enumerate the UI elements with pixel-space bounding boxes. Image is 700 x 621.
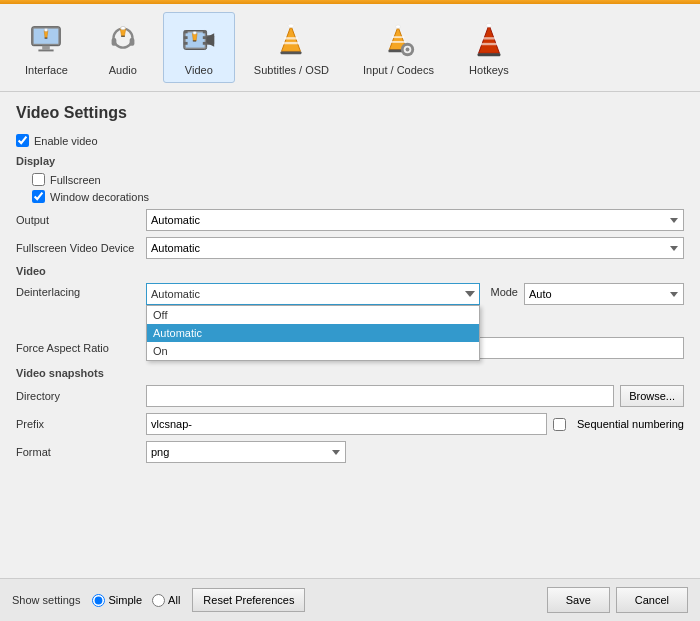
svg-rect-42 bbox=[478, 53, 501, 56]
radio-simple-input[interactable] bbox=[92, 594, 105, 607]
tab-interface[interactable]: Interface bbox=[10, 12, 83, 83]
radio-all-input[interactable] bbox=[152, 594, 165, 607]
deinterlacing-select-display[interactable]: Automatic bbox=[146, 283, 480, 305]
radio-simple-label: Simple bbox=[108, 594, 142, 606]
prefix-row: Prefix Sequential numbering bbox=[16, 413, 684, 435]
prefix-label: Prefix bbox=[16, 418, 146, 430]
subtitles-icon bbox=[270, 19, 312, 61]
sequential-checkbox[interactable] bbox=[553, 418, 566, 431]
tab-subtitles-label: Subtitles / OSD bbox=[254, 64, 329, 76]
svg-rect-29 bbox=[281, 51, 302, 54]
fullscreen-checkbox[interactable] bbox=[32, 173, 45, 186]
radio-simple: Simple bbox=[92, 594, 142, 607]
deinterlacing-select-wrap: Automatic Off Automatic On bbox=[146, 283, 480, 305]
format-select[interactable]: png jpg tiff bbox=[146, 441, 346, 463]
tab-hotkeys[interactable]: Hotkeys bbox=[453, 12, 525, 83]
directory-browse-group: Browse... bbox=[146, 385, 684, 407]
browse-button[interactable]: Browse... bbox=[620, 385, 684, 407]
tab-audio[interactable]: Audio bbox=[87, 12, 159, 83]
deinterlacing-chevron-icon bbox=[465, 291, 475, 297]
page-title: Video Settings bbox=[16, 104, 684, 122]
svg-rect-12 bbox=[121, 36, 125, 37]
output-label: Output bbox=[16, 214, 146, 226]
interface-icon bbox=[25, 19, 67, 61]
tab-video[interactable]: Video bbox=[163, 12, 235, 83]
audio-icon bbox=[102, 19, 144, 61]
output-row: Output Automatic Default (No preference) bbox=[16, 209, 684, 231]
prefix-sequential-group: Sequential numbering bbox=[146, 413, 684, 435]
svg-point-38 bbox=[406, 48, 410, 52]
deinterlacing-label: Deinterlacing bbox=[16, 286, 146, 298]
svg-point-11 bbox=[120, 26, 125, 29]
output-select[interactable]: Automatic Default (No preference) bbox=[146, 209, 684, 231]
directory-row: Directory Browse... bbox=[16, 385, 684, 407]
show-settings-label: Show settings bbox=[12, 594, 80, 606]
cancel-button[interactable]: Cancel bbox=[616, 587, 688, 613]
display-group-title: Display bbox=[16, 155, 684, 167]
svg-rect-5 bbox=[45, 38, 48, 39]
mode-select-wrap: Auto Discard Blend bbox=[524, 283, 684, 305]
svg-rect-27 bbox=[285, 37, 298, 39]
dropdown-item-off[interactable]: Off bbox=[147, 306, 479, 324]
tab-subtitles[interactable]: Subtitles / OSD bbox=[239, 12, 344, 83]
fullscreen-device-label: Fullscreen Video Device bbox=[16, 242, 146, 254]
svg-rect-28 bbox=[283, 42, 300, 44]
svg-point-6 bbox=[45, 29, 49, 32]
mode-select[interactable]: Auto Discard Blend bbox=[524, 283, 684, 305]
video-icon bbox=[178, 19, 220, 61]
input-icon bbox=[377, 19, 419, 61]
tab-interface-label: Interface bbox=[25, 64, 68, 76]
main-content: Video Settings Enable video Display Full… bbox=[0, 92, 700, 481]
dropdown-item-automatic[interactable]: Automatic bbox=[147, 324, 479, 342]
svg-rect-9 bbox=[129, 38, 134, 46]
svg-rect-19 bbox=[203, 36, 207, 39]
mode-label: Mode bbox=[490, 286, 518, 298]
format-label: Format bbox=[16, 446, 146, 458]
bottom-bar: Show settings Simple All Reset Preferenc… bbox=[0, 578, 700, 621]
fullscreen-device-control: Automatic bbox=[146, 237, 684, 259]
sequential-label: Sequential numbering bbox=[577, 418, 684, 430]
reset-preferences-button[interactable]: Reset Preferences bbox=[192, 588, 305, 612]
svg-rect-2 bbox=[43, 46, 51, 50]
svg-point-30 bbox=[289, 24, 295, 28]
window-decorations-row: Window decorations bbox=[32, 190, 684, 203]
svg-point-43 bbox=[486, 23, 492, 27]
format-row: Format png jpg tiff bbox=[16, 441, 684, 463]
video-group-title: Video bbox=[16, 265, 684, 277]
svg-point-35 bbox=[396, 25, 401, 28]
directory-control: Browse... bbox=[146, 385, 684, 407]
tab-input[interactable]: Input / Codecs bbox=[348, 12, 449, 83]
tab-hotkeys-label: Hotkeys bbox=[469, 64, 509, 76]
svg-rect-40 bbox=[482, 37, 495, 39]
dropdown-item-on[interactable]: On bbox=[147, 342, 479, 360]
svg-rect-25 bbox=[193, 40, 196, 41]
svg-rect-15 bbox=[184, 31, 188, 34]
enable-video-row: Enable video bbox=[16, 134, 684, 147]
tab-video-label: Video bbox=[185, 64, 213, 76]
svg-rect-17 bbox=[184, 42, 188, 45]
svg-rect-33 bbox=[391, 41, 406, 43]
svg-rect-18 bbox=[203, 31, 207, 34]
radio-group: Simple All bbox=[92, 594, 180, 607]
save-button[interactable]: Save bbox=[547, 587, 610, 613]
fullscreen-device-row: Fullscreen Video Device Automatic bbox=[16, 237, 684, 259]
window-decorations-label: Window decorations bbox=[50, 191, 149, 203]
bottom-right: Save Cancel bbox=[547, 587, 688, 613]
svg-rect-41 bbox=[480, 43, 497, 45]
directory-input[interactable] bbox=[146, 385, 614, 407]
fullscreen-device-select[interactable]: Automatic bbox=[146, 237, 684, 259]
svg-rect-20 bbox=[203, 42, 207, 45]
toolbar: Interface Audio bbox=[0, 4, 700, 92]
deinterlacing-dropdown: Off Automatic On bbox=[146, 305, 480, 361]
enable-video-checkbox[interactable] bbox=[16, 134, 29, 147]
svg-rect-3 bbox=[39, 50, 54, 52]
prefix-control: Sequential numbering bbox=[146, 413, 684, 435]
radio-all: All bbox=[152, 594, 180, 607]
prefix-input[interactable] bbox=[146, 413, 547, 435]
bottom-left: Show settings Simple All Reset Preferenc… bbox=[12, 588, 305, 612]
svg-rect-8 bbox=[111, 38, 116, 46]
output-control: Automatic Default (No preference) bbox=[146, 209, 684, 231]
deinterlacing-row: Deinterlacing Automatic Off Automatic On… bbox=[16, 283, 684, 305]
hotkeys-icon bbox=[468, 19, 510, 61]
window-decorations-checkbox[interactable] bbox=[32, 190, 45, 203]
